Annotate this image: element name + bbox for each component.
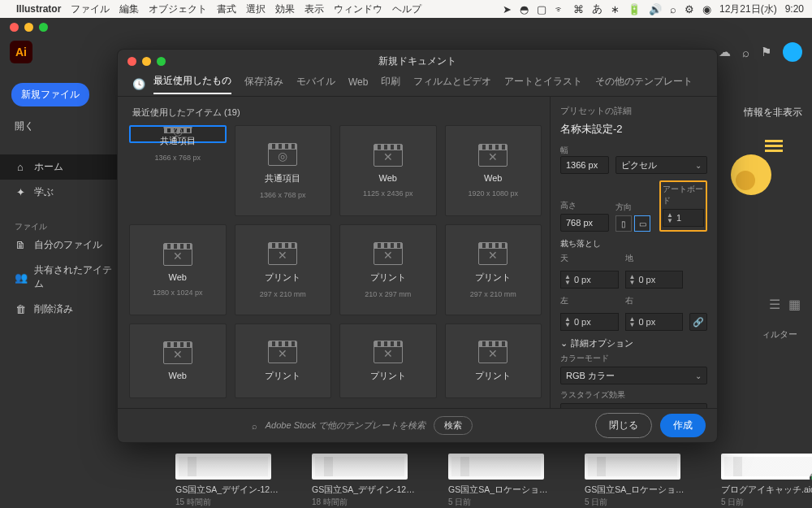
tab-film[interactable]: フィルムとビデオ (413, 75, 491, 93)
sidebar-learn[interactable]: ✦ 学ぶ (0, 180, 130, 205)
page-x-icon (374, 341, 403, 363)
menu-type[interactable]: 書式 (217, 2, 236, 16)
preset-card[interactable]: Web (129, 323, 227, 398)
siri-icon[interactable]: ◉ (702, 3, 711, 15)
preset-dim: 1125 x 2436 px (363, 189, 413, 198)
new-file-button[interactable]: 新規ファイル (11, 83, 89, 106)
line-icon[interactable]: ◓ (520, 3, 529, 15)
orientation-landscape-button[interactable]: ▭ (634, 215, 650, 232)
preset-card[interactable]: 共通項目1366 x 768 px (235, 125, 332, 216)
grid-view-icon[interactable]: ▦ (788, 297, 801, 312)
menubar-date[interactable]: 12月21日(水) (719, 2, 777, 16)
preset-card[interactable]: プリント (445, 323, 542, 398)
artboard-stepper[interactable]: ▲▼ 1 (663, 209, 704, 227)
recent-icon: 🕓 (132, 78, 145, 90)
tab-art[interactable]: アートとイラスト (504, 75, 582, 93)
battery-icon[interactable]: 🔋 (628, 3, 641, 15)
sidebar-my-files[interactable]: 🗎 自分のファイル (0, 232, 130, 258)
width-input[interactable]: 1366 px (560, 156, 609, 174)
bluetooth-icon[interactable]: ∗ (611, 3, 620, 15)
recent-items-header: 最近使用したアイテム (19) (132, 106, 542, 119)
artboard-label: アートボード (663, 184, 704, 206)
location-icon[interactable]: ➤ (503, 3, 512, 15)
list-view-icon[interactable]: ☰ (769, 297, 780, 312)
lang-icon[interactable]: あ (592, 2, 603, 16)
recent-file[interactable]: GS国立SA_デザイン-1215.ai 18 時間前 (312, 454, 417, 508)
user-avatar[interactable] (783, 42, 802, 62)
preset-card[interactable]: プリント (235, 323, 332, 398)
globe-icon (163, 127, 192, 128)
menubar-time[interactable]: 9:20 (785, 3, 804, 15)
menu-object[interactable]: オブジェクト (149, 2, 207, 16)
details-header: プリセットの詳細 (560, 105, 707, 117)
preset-card[interactable]: 共通項目1366 x 768 px (129, 125, 227, 143)
display-icon[interactable]: ▢ (537, 3, 546, 15)
menu-effect[interactable]: 効果 (275, 2, 295, 16)
minimize-window-icon[interactable] (24, 23, 33, 32)
chevron-down-icon: ⌄ (695, 371, 702, 380)
bleed-left-input[interactable]: ▲▼0 px (560, 313, 619, 331)
preset-card[interactable]: Web1125 x 2436 px (339, 125, 437, 216)
tab-saved[interactable]: 保存済み (244, 75, 283, 93)
unit-select[interactable]: ピクセル⌄ (615, 156, 707, 174)
page-x-icon (374, 144, 403, 167)
preset-card[interactable]: プリント210 x 297 mm (339, 224, 437, 315)
sound-icon[interactable]: 🔊 (649, 3, 662, 15)
preset-card[interactable]: プリント (339, 323, 437, 398)
bleed-bottom-input[interactable]: ▲▼0 px (625, 271, 684, 289)
zoom-window-icon[interactable] (39, 23, 48, 32)
advanced-toggle[interactable]: ⌄詳細オプション (560, 337, 707, 350)
sidebar-deleted[interactable]: 🗑 削除済み (0, 297, 130, 322)
link-bleed-icon[interactable]: 🔗 (689, 313, 707, 331)
shortcut-icon[interactable]: ⌘ (573, 3, 584, 15)
close-window-icon[interactable] (10, 23, 19, 32)
search-app-icon[interactable]: ⌕ (742, 46, 749, 59)
menu-help[interactable]: ヘルプ (392, 2, 421, 16)
tab-recent[interactable]: 最近使用したもの (153, 74, 231, 94)
preset-card[interactable]: プリント297 x 210 mm (445, 224, 542, 315)
tab-mobile[interactable]: モバイル (296, 75, 335, 93)
preset-card[interactable]: プリント297 x 210 mm (235, 224, 332, 315)
menu-view[interactable]: 表示 (304, 2, 324, 16)
home-icon: ⌂ (15, 161, 26, 173)
preset-name-input[interactable]: 名称未設定-2 (560, 122, 707, 137)
color-mode-select[interactable]: RGB カラー⌄ (560, 367, 707, 384)
wifi-icon[interactable]: ᯤ (555, 3, 565, 15)
tab-other[interactable]: その他のテンプレート (595, 75, 693, 93)
sidebar-shared[interactable]: 👥 共有されたアイテム (0, 258, 130, 297)
bleed-right-input[interactable]: ▲▼0 px (625, 313, 684, 331)
recent-file[interactable]: GS国立SA_デザイン-1215-ol.ai 15 時間前 (175, 454, 281, 508)
bleed-left-label: 左 (560, 295, 619, 306)
stock-search-button[interactable]: 検索 (434, 416, 473, 435)
preset-card[interactable]: Web1920 x 1080 px (445, 125, 542, 216)
cloud-icon[interactable]: ☁ (719, 45, 731, 59)
menu-edit[interactable]: 編集 (119, 2, 139, 16)
open-button[interactable]: 開く (0, 113, 130, 140)
preset-title: Web (484, 173, 502, 183)
menu-file[interactable]: ファイル (71, 2, 110, 16)
create-button[interactable]: 作成 (660, 414, 706, 437)
raster-select[interactable]: スクリーン (72 ppi)⌄ (560, 403, 707, 408)
stock-search-label[interactable]: Adobe Stock で他のテンプレートを検索 (266, 419, 425, 432)
menu-select[interactable]: 選択 (246, 2, 266, 16)
recent-file[interactable]: ブログアイキャッチ.aic 5 日前 (721, 454, 812, 508)
orientation-portrait-button[interactable]: ▯ (615, 215, 632, 232)
menu-window[interactable]: ウィンドウ (334, 2, 382, 16)
close-button[interactable]: 閉じる (595, 413, 652, 438)
tab-print[interactable]: 印刷 (381, 75, 400, 93)
recent-file[interactable]: GS国立SA_ロケーション1208- 5 日前 (448, 454, 554, 508)
search-icon[interactable]: ⌕ (670, 3, 676, 15)
sidebar-home[interactable]: ⌂ ホーム (0, 154, 130, 180)
info-hide-link[interactable]: 情報を非表示 (744, 106, 802, 119)
bleed-top-input[interactable]: ▲▼0 px (560, 271, 619, 289)
stepper-arrows-icon[interactable]: ▲▼ (667, 212, 673, 224)
file-thumb (585, 454, 680, 480)
app-name[interactable]: Illustrator (16, 3, 61, 15)
height-label: 高さ (560, 200, 609, 211)
preset-card[interactable]: Web1280 x 1024 px (129, 224, 227, 315)
tab-web[interactable]: Web (348, 76, 368, 93)
gift-icon[interactable]: ⚑ (761, 45, 771, 59)
control-center-icon[interactable]: ⚙ (685, 3, 694, 15)
recent-file[interactable]: GS国立SA_ロケーション1208.ai 5 日前 (585, 454, 690, 508)
height-input[interactable]: 768 px (560, 214, 609, 232)
